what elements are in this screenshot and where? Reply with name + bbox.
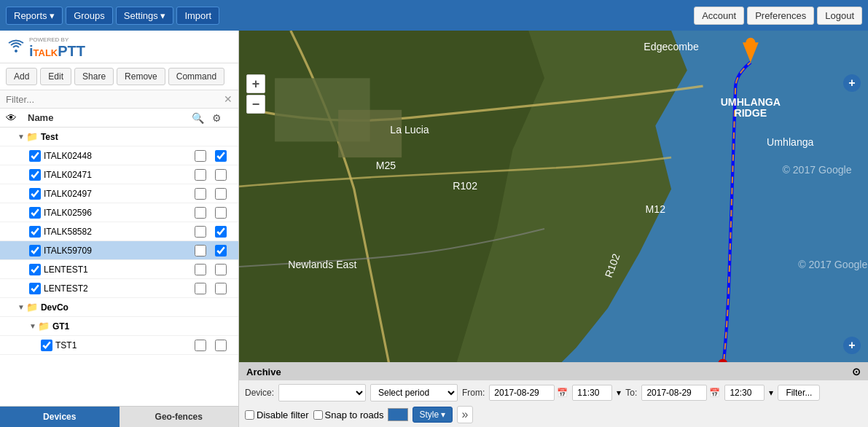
folder-gt1[interactable]: ▼ 📁 GT1 bbox=[0, 317, 238, 336]
filter-bar: ✕ bbox=[0, 90, 238, 109]
archive-bar: Archive ⊙ Device: Select period From: 📅 … bbox=[239, 362, 868, 427]
chk-tst1-2[interactable] bbox=[195, 340, 206, 351]
arrow-gt1[interactable]: ▼ bbox=[29, 322, 36, 330]
style-button[interactable]: Style ▾ bbox=[413, 407, 452, 423]
top-nav-right: Account Preferences Logout bbox=[694, 7, 862, 25]
command-button[interactable]: Command bbox=[168, 68, 224, 85]
from-time-input[interactable] bbox=[572, 385, 612, 401]
to-time-input[interactable] bbox=[724, 385, 765, 401]
chk-italk02448-2[interactable] bbox=[195, 150, 206, 162]
time-dropdown-from[interactable]: ▾ bbox=[617, 388, 621, 398]
label-tst1: TST1 bbox=[55, 340, 192, 350]
share-button[interactable]: Share bbox=[74, 68, 114, 85]
search-icon[interactable]: 🔍 bbox=[192, 112, 212, 124]
disable-filter-checkbox[interactable] bbox=[245, 410, 254, 420]
chk-italk02471-3[interactable] bbox=[215, 169, 227, 181]
nav-arrows-button[interactable]: » bbox=[457, 406, 474, 423]
disable-filter-label: Disable filter bbox=[245, 410, 309, 420]
account-button[interactable]: Account bbox=[694, 7, 744, 25]
chk-italk02471-1[interactable] bbox=[29, 169, 41, 181]
filter-input[interactable] bbox=[6, 94, 221, 105]
from-date-input[interactable] bbox=[489, 385, 555, 401]
tab-geofences[interactable]: Geo-fences bbox=[120, 407, 239, 427]
from-label: From: bbox=[462, 388, 485, 398]
from-cal-icon[interactable]: 📅 bbox=[557, 388, 568, 398]
archive-header[interactable]: Archive ⊙ bbox=[239, 363, 868, 380]
arrow-devco[interactable]: ▼ bbox=[17, 303, 25, 311]
chk-italk02596-1[interactable] bbox=[29, 207, 41, 219]
chk-italk02596-2[interactable] bbox=[195, 207, 206, 219]
zoom-in-button[interactable]: + bbox=[246, 74, 265, 93]
to-date-input[interactable] bbox=[641, 385, 707, 401]
action-buttons: Add Edit Share Remove Command bbox=[0, 63, 238, 90]
settings-button[interactable]: Settings ▾ bbox=[116, 7, 174, 25]
chk-lentest2-3[interactable] bbox=[215, 283, 227, 294]
bottom-tabs: Devices Geo-fences bbox=[0, 406, 238, 427]
chk-lentest1-2[interactable] bbox=[195, 264, 206, 275]
settings-icon[interactable]: ⚙ bbox=[212, 112, 232, 124]
edit-button[interactable]: Edit bbox=[40, 68, 71, 85]
chk-italk02497-3[interactable] bbox=[215, 188, 227, 200]
eye-icon[interactable]: 👁 bbox=[6, 111, 28, 124]
folder-devco-label: DevCo bbox=[41, 302, 192, 313]
chk-italk02471-2[interactable] bbox=[195, 169, 206, 181]
filter-button[interactable]: Filter... bbox=[778, 385, 820, 401]
preferences-button[interactable]: Preferences bbox=[747, 7, 814, 25]
chk-italk02497-1[interactable] bbox=[29, 188, 41, 200]
label-italk02448: ITALK02448 bbox=[44, 151, 192, 161]
label-lentest1: LENTEST1 bbox=[44, 265, 192, 275]
reports-button[interactable]: Reports ▾ bbox=[6, 7, 63, 25]
chk-italk59709-3[interactable] bbox=[215, 245, 227, 256]
add-button[interactable]: Add bbox=[6, 68, 37, 85]
tab-devices[interactable]: Devices bbox=[0, 407, 120, 427]
chk-lentest1-1[interactable] bbox=[29, 264, 41, 275]
time-dropdown-to[interactable]: ▾ bbox=[769, 388, 773, 398]
folder-test-label: Test bbox=[41, 132, 192, 142]
folder-gt1-label: GT1 bbox=[52, 321, 192, 332]
svg-point-8 bbox=[746, 38, 755, 47]
svg-text:M25: M25 bbox=[376, 160, 396, 171]
svg-text:M12: M12 bbox=[646, 203, 666, 215]
powered-by-text: POWERED BY bbox=[29, 36, 85, 43]
folder-devco[interactable]: ▼ 📁 DevCo bbox=[0, 298, 238, 317]
groups-button[interactable]: Groups bbox=[66, 7, 113, 25]
svg-text:Newlands East: Newlands East bbox=[288, 259, 356, 270]
color-swatch[interactable] bbox=[388, 408, 408, 421]
main-layout: POWERED BY iTALKPTT Add Edit Share Remov… bbox=[0, 31, 868, 427]
expand-map-br-button[interactable]: + bbox=[843, 337, 861, 354]
chk-italk58582-3[interactable] bbox=[215, 226, 227, 238]
chk-italk02497-2[interactable] bbox=[195, 188, 206, 200]
folder-icon-gt1: 📁 bbox=[38, 321, 50, 332]
chk-italk02448-1[interactable] bbox=[29, 150, 41, 162]
from-date-wrap: 📅 bbox=[489, 385, 568, 401]
chk-italk58582-2[interactable] bbox=[195, 226, 206, 238]
period-select[interactable]: Select period bbox=[370, 384, 458, 401]
chk-italk58582-1[interactable] bbox=[29, 226, 41, 238]
chk-italk02448-3[interactable] bbox=[215, 150, 227, 162]
svg-text:© 2017 Google: © 2017 Google bbox=[782, 164, 851, 176]
chk-italk59709-2[interactable] bbox=[195, 245, 206, 256]
archive-collapse-icon[interactable]: ⊙ bbox=[852, 366, 861, 377]
device-label: Device: bbox=[245, 388, 274, 398]
to-cal-icon[interactable]: 📅 bbox=[709, 388, 720, 398]
arrow-test[interactable]: ▼ bbox=[17, 133, 25, 141]
logout-button[interactable]: Logout bbox=[817, 7, 862, 25]
chk-tst1-1[interactable] bbox=[41, 340, 52, 351]
device-tree: ▼ 📁 Test ITALK02448 ITALK02471 bbox=[0, 128, 238, 406]
chk-lentest1-3[interactable] bbox=[215, 264, 227, 275]
remove-button[interactable]: Remove bbox=[117, 68, 165, 85]
snap-to-roads-checkbox[interactable] bbox=[313, 410, 323, 420]
chk-lentest2-1[interactable] bbox=[29, 283, 41, 294]
zoom-out-button[interactable]: − bbox=[246, 95, 265, 114]
import-button[interactable]: Import bbox=[176, 7, 219, 25]
chk-italk02596-3[interactable] bbox=[215, 207, 227, 219]
chk-tst1-3[interactable] bbox=[215, 340, 227, 351]
item-italk02497: ITALK02497 bbox=[0, 184, 238, 203]
chk-lentest2-2[interactable] bbox=[195, 283, 206, 294]
folder-test[interactable]: ▼ 📁 Test bbox=[0, 128, 238, 146]
logo-container: POWERED BY iTALKPTT bbox=[29, 36, 85, 60]
device-select[interactable] bbox=[278, 384, 366, 401]
filter-clear-icon[interactable]: ✕ bbox=[224, 93, 232, 105]
chk-italk59709-1[interactable] bbox=[29, 245, 41, 256]
expand-map-tr-button[interactable]: + bbox=[843, 74, 861, 92]
